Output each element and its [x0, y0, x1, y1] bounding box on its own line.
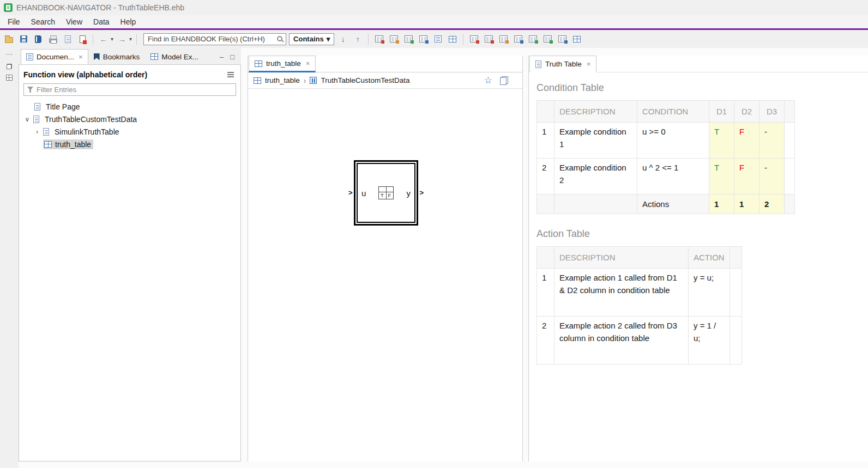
goto-model-icon[interactable]: [373, 33, 385, 45]
open-model-folder-icon[interactable]: [388, 33, 400, 45]
d2-value: F: [734, 123, 760, 159]
tree-item-truthtablecustomtestdata[interactable]: ∨ TruthTableCustomTestData: [19, 113, 240, 125]
condition-table-header-row: DESCRIPTION CONDITION D1 D2 D3: [537, 101, 795, 123]
copy-icon[interactable]: [500, 76, 508, 85]
tab-model-explorer[interactable]: Model Ex...: [145, 49, 204, 64]
chevron-down-icon[interactable]: ∨: [25, 116, 30, 123]
truth-table-block-inner: u y T F: [357, 163, 415, 223]
search-icon[interactable]: [277, 36, 282, 41]
overview-icon[interactable]: [571, 33, 583, 45]
filter-box: [23, 83, 236, 96]
menu-search[interactable]: Search: [26, 17, 61, 26]
export-pdf-icon[interactable]: [76, 33, 88, 45]
diagram-canvas[interactable]: u y T F > >: [248, 89, 522, 461]
chevron-down-icon: ▾: [327, 35, 330, 43]
expand-hierarchy-icon[interactable]: [527, 33, 539, 45]
action-row-1: 1 Example action 1 called from D1 & D2 c…: [537, 269, 742, 317]
back-icon[interactable]: ←: [98, 33, 110, 45]
highlight-icon[interactable]: [497, 33, 509, 45]
d1-value: T: [709, 159, 734, 195]
menu-file[interactable]: File: [2, 17, 26, 26]
toolbar-separator: [136, 34, 137, 45]
tab-label: Bookmarks: [103, 53, 140, 61]
actions-d1: 1: [709, 195, 734, 214]
navigator-panel: Documen... × Bookmarks Model Ex... – □ F…: [19, 48, 241, 461]
window-title: EHANDBOOK-NAVIGATOR - TruthTableEHB.ehb: [16, 3, 184, 12]
swap-view-icon[interactable]: [556, 33, 568, 45]
col-description: DESCRIPTION: [554, 247, 689, 269]
open-file-icon[interactable]: [3, 33, 15, 45]
forward-icon[interactable]: →: [116, 33, 128, 45]
breadcrumb-item-testdata[interactable]: TruthTableCustomTestData: [321, 76, 409, 84]
chevron-right-icon[interactable]: ›: [34, 128, 40, 136]
menu-data[interactable]: Data: [88, 17, 115, 26]
tree-item-title-page[interactable]: Title Page: [19, 100, 240, 113]
contains-label: Contains: [293, 35, 324, 43]
find-previous-icon[interactable]: ↑: [352, 33, 364, 45]
maximize-icon[interactable]: □: [230, 53, 234, 61]
framed-view-icon[interactable]: [447, 33, 459, 45]
breadcrumb-actions: ☆: [484, 75, 517, 86]
menu-bar: File Search View Data Help: [0, 15, 868, 28]
truth-table-icon: [44, 141, 52, 148]
find-in-file-search: [143, 33, 286, 45]
minimize-icon[interactable]: –: [220, 53, 224, 61]
tab-bookmarks[interactable]: Bookmarks: [88, 49, 146, 64]
filter-input[interactable]: [37, 86, 232, 94]
compare-left-icon[interactable]: [468, 33, 480, 45]
sync-model-icon[interactable]: [402, 33, 414, 45]
tab-label: Documen...: [37, 53, 74, 61]
action-description: Example action 2 called from D3 column i…: [554, 317, 689, 364]
close-icon[interactable]: ×: [587, 60, 591, 68]
toolbar-separator: [368, 34, 369, 45]
tree-item-simulinktruthtable[interactable]: › SimulinkTruthTable: [19, 125, 240, 138]
model-icon: [310, 77, 317, 84]
contains-dropdown[interactable]: Contains ▾: [289, 33, 334, 45]
link-model-icon[interactable]: [417, 33, 429, 45]
document-view-icon[interactable]: [432, 33, 444, 45]
tf-true-label: T: [381, 193, 384, 198]
compare-right-icon[interactable]: [483, 33, 495, 45]
breadcrumb-item-truth-table[interactable]: truth_table: [265, 76, 300, 84]
menu-help[interactable]: Help: [115, 17, 142, 26]
save-icon[interactable]: [17, 33, 29, 45]
search-input[interactable]: [143, 33, 286, 45]
forward-history-dropdown-icon[interactable]: ▾: [129, 36, 132, 42]
condition-table-title: Condition Table: [537, 82, 860, 94]
find-next-icon[interactable]: ↓: [337, 33, 349, 45]
menu-view[interactable]: View: [61, 17, 88, 26]
tab-truth-table-editor[interactable]: truth_table ×: [249, 56, 316, 72]
tab-truth-table-view[interactable]: Truth Table ×: [529, 56, 596, 72]
tree-item-truth-table[interactable]: truth_table: [19, 138, 240, 150]
print-icon[interactable]: [47, 33, 59, 45]
favorite-star-icon[interactable]: ☆: [484, 75, 492, 86]
handbook-icon[interactable]: [32, 33, 44, 45]
app-icon: [4, 3, 13, 12]
input-port-icon: >: [348, 189, 353, 197]
collapse-hierarchy-icon[interactable]: [541, 33, 553, 45]
back-history-dropdown-icon[interactable]: ▾: [111, 36, 113, 42]
tab-documents[interactable]: Documen... ×: [21, 49, 88, 64]
close-icon[interactable]: ×: [79, 53, 83, 61]
truth-table-block[interactable]: u y T F > >: [354, 160, 418, 226]
condition-expression: u ^ 2 <= 1: [637, 159, 709, 195]
close-icon[interactable]: ×: [306, 59, 310, 68]
tree-item-label: SimulinkTruthTable: [52, 127, 122, 137]
filter-icon: [27, 87, 33, 93]
activity-strip: ⋯: [0, 48, 19, 468]
d3-value: -: [760, 159, 785, 195]
overflow-menu-icon[interactable]: ⋯: [5, 50, 13, 58]
export-document-icon[interactable]: [62, 33, 74, 45]
document-icon: [33, 116, 39, 123]
function-tree: Title Page ∨ TruthTableCustomTestData › …: [19, 100, 240, 150]
show-view-icon[interactable]: [6, 75, 13, 81]
col-condition: CONDITION: [637, 101, 709, 123]
action-expression: y = u;: [689, 269, 730, 317]
anchor-icon[interactable]: [512, 33, 524, 45]
model-explorer-icon: [150, 53, 158, 60]
view-menu-icon[interactable]: [227, 71, 236, 78]
row-number: 2: [537, 317, 554, 364]
restore-pane-icon[interactable]: [7, 64, 12, 69]
bookmarks-icon: [94, 53, 100, 60]
action-expression: y = 1 / u;: [689, 317, 730, 364]
